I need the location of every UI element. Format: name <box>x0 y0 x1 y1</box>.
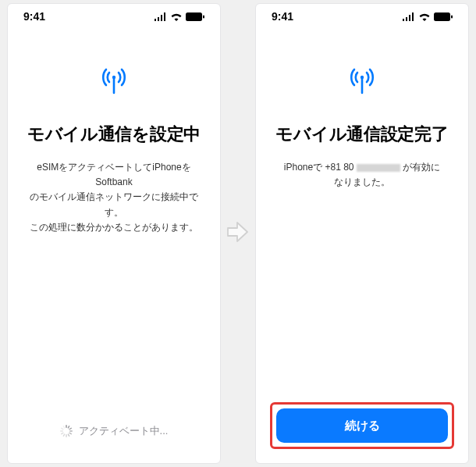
status-bar: 9:41 <box>8 4 220 29</box>
status-time: 9:41 <box>272 10 293 23</box>
activating-label: アクティベート中... <box>79 424 169 438</box>
cellular-signal-icon <box>154 12 167 21</box>
svg-rect-5 <box>67 426 69 429</box>
page-title: モバイル通信設定完了 <box>275 123 448 146</box>
description-text: eSIMをアクティベートしてiPhoneをSoftbank のモバイル通信ネット… <box>23 160 204 235</box>
content-area: モバイル通信を設定中 eSIMをアクティベートしてiPhoneをSoftbank… <box>8 29 220 413</box>
arrow-right-icon <box>227 220 249 247</box>
svg-rect-13 <box>60 430 63 431</box>
status-indicators <box>402 12 453 21</box>
svg-rect-10 <box>66 434 66 437</box>
highlight-annotation: 続ける <box>270 402 454 449</box>
status-time: 9:41 <box>23 10 45 23</box>
wifi-icon <box>170 12 183 21</box>
redacted-phone-number <box>357 164 400 172</box>
svg-rect-7 <box>69 430 73 431</box>
svg-rect-17 <box>451 15 453 18</box>
phone-screen-complete: 9:41 モバイル通信設定完了 iPhoneで +81 80 が有効に なりまし… <box>255 3 469 464</box>
page-title: モバイル通信を設定中 <box>27 123 201 146</box>
svg-rect-1 <box>203 15 204 18</box>
bottom-area: 続ける <box>256 391 468 463</box>
status-bar: 9:41 <box>256 4 468 29</box>
svg-rect-4 <box>66 425 66 428</box>
status-indicators <box>154 12 204 21</box>
svg-rect-8 <box>69 432 72 434</box>
svg-rect-6 <box>69 427 72 430</box>
cellular-signal-icon <box>402 12 415 21</box>
svg-rect-16 <box>434 12 450 21</box>
battery-icon <box>186 12 204 21</box>
content-area: モバイル通信設定完了 iPhoneで +81 80 が有効に なりました。 <box>256 29 468 391</box>
cellular-antenna-icon <box>346 66 378 98</box>
bottom-area: アクティベート中... <box>8 413 220 463</box>
phone-screen-setup: 9:41 モバイル通信を設定中 eSIMをアクティベートしてiPhoneをSof… <box>7 3 221 464</box>
cellular-antenna-icon <box>98 66 130 98</box>
battery-icon <box>434 12 453 21</box>
svg-rect-9 <box>67 433 69 437</box>
wifi-icon <box>418 12 431 21</box>
svg-rect-11 <box>62 433 65 437</box>
svg-rect-12 <box>60 432 63 434</box>
svg-rect-14 <box>60 427 63 430</box>
description-text: iPhoneで +81 80 が有効に なりました。 <box>284 160 440 190</box>
activating-status: アクティベート中... <box>22 424 206 449</box>
svg-rect-15 <box>62 426 65 429</box>
svg-rect-0 <box>186 12 202 21</box>
spinner-icon <box>60 425 73 437</box>
continue-button[interactable]: 続ける <box>276 408 448 443</box>
